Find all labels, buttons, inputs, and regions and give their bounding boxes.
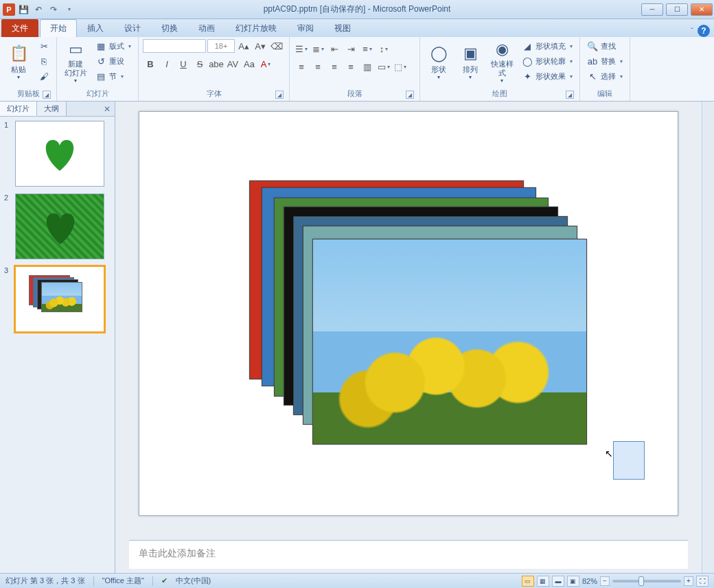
tab-insert[interactable]: 插入 xyxy=(77,19,114,37)
editor-area: ↖ 单击此处添加备注 xyxy=(115,102,702,573)
section-icon: ▤ xyxy=(95,71,106,82)
align-right-button[interactable]: ≡ xyxy=(327,60,342,73)
zoom-slider[interactable] xyxy=(612,580,681,583)
shapes-button[interactable]: ◯形状▾ xyxy=(424,39,453,84)
font-color-button[interactable]: A xyxy=(258,57,273,71)
panel-tab-outline[interactable]: 大纲 xyxy=(37,102,67,116)
tab-design[interactable]: 设计 xyxy=(114,19,151,37)
quick-styles-button[interactable]: ◉快速样式▾ xyxy=(487,39,516,84)
normal-view-button[interactable]: ▭ xyxy=(522,576,534,587)
shape-effects-button[interactable]: ✦形状效果 xyxy=(519,69,575,83)
clear-format-button[interactable]: ⌫ xyxy=(269,39,284,53)
thumb-3[interactable] xyxy=(15,266,104,332)
collapse-ribbon-icon[interactable]: ˇ xyxy=(691,27,693,35)
paste-button[interactable]: 📋 粘贴 ▾ xyxy=(4,39,33,84)
tab-transitions[interactable]: 切换 xyxy=(151,19,188,37)
replace-button[interactable]: ab替换 xyxy=(584,54,625,68)
strikethrough-button[interactable]: S xyxy=(192,57,207,71)
notes-pane[interactable]: 单击此处添加备注 xyxy=(129,540,688,569)
font-size-combo[interactable]: 18+ xyxy=(207,39,235,53)
zoom-label[interactable]: 82% xyxy=(582,577,597,585)
thumb-row[interactable]: 1 xyxy=(4,121,111,187)
align-text-button[interactable]: ▭ xyxy=(376,60,391,73)
panel-close-button[interactable]: ✕ xyxy=(100,102,115,116)
help-icon[interactable]: ? xyxy=(698,25,710,37)
tab-view[interactable]: 视图 xyxy=(324,19,361,37)
increase-font-button[interactable]: A▴ xyxy=(236,39,251,53)
drawing-launcher[interactable]: ◢ xyxy=(566,91,574,99)
align-left-button[interactable]: ≡ xyxy=(294,60,309,73)
reset-icon: ↺ xyxy=(95,56,106,67)
clipboard-launcher[interactable]: ◢ xyxy=(43,91,51,99)
shape-fill-button[interactable]: ◢形状填充 xyxy=(519,39,575,53)
vertical-scrollbar[interactable] xyxy=(702,102,714,573)
slide-canvas[interactable]: ↖ xyxy=(139,111,678,516)
slideshow-view-button[interactable]: ▣ xyxy=(567,576,579,587)
theme-label: "Office 主题" xyxy=(102,576,144,586)
new-slide-button[interactable]: ▭ 新建 幻灯片 ▾ xyxy=(61,39,90,84)
thumb-row[interactable]: 2 xyxy=(4,193,111,259)
font-family-combo[interactable] xyxy=(143,39,206,53)
thumb-1[interactable] xyxy=(15,121,104,187)
font-launcher[interactable]: ◢ xyxy=(275,91,284,99)
text-direction-button[interactable]: ↕ xyxy=(376,42,391,56)
tab-file[interactable]: 文件 xyxy=(1,19,38,37)
fit-window-button[interactable]: ⛶ xyxy=(696,576,709,587)
decrease-font-button[interactable]: A▾ xyxy=(253,39,268,53)
reset-button[interactable]: ↺重设 xyxy=(93,54,134,68)
redo-button[interactable]: ↷ xyxy=(47,3,60,16)
columns-button[interactable]: ▥ xyxy=(360,60,375,73)
shape-outline-button[interactable]: ◯形状轮廓 xyxy=(519,54,575,68)
bold-button[interactable]: B xyxy=(143,57,158,71)
tab-slideshow[interactable]: 幻灯片放映 xyxy=(225,19,287,37)
canvas-area[interactable]: ↖ xyxy=(115,102,702,540)
zoom-thumb[interactable] xyxy=(638,576,644,586)
align-center-button[interactable]: ≡ xyxy=(310,60,325,73)
find-button[interactable]: 🔍查找 xyxy=(584,39,625,53)
selection-rectangle[interactable] xyxy=(613,441,645,480)
layout-button[interactable]: ▦版式 xyxy=(93,39,134,53)
minimize-button[interactable]: ─ xyxy=(641,3,663,16)
copy-button[interactable]: ⎘ xyxy=(36,54,52,68)
maximize-button[interactable]: ☐ xyxy=(666,3,688,16)
zoom-in-button[interactable]: + xyxy=(684,576,693,586)
language-label[interactable]: 中文(中国) xyxy=(176,576,211,586)
reading-view-button[interactable]: ▬ xyxy=(552,576,564,587)
qat-customize[interactable] xyxy=(62,3,76,16)
outline-icon: ◯ xyxy=(522,56,533,67)
panel-tab-slides[interactable]: 幻灯片 xyxy=(0,102,37,116)
cut-button[interactable]: ✂ xyxy=(36,39,52,53)
group-slides-label: 幻灯片 xyxy=(87,89,109,97)
undo-button[interactable]: ↶ xyxy=(32,3,45,16)
justify-button[interactable]: ≡ xyxy=(343,60,358,73)
decrease-indent-button[interactable]: ⇤ xyxy=(327,42,342,56)
section-button[interactable]: ▤节 xyxy=(93,69,134,83)
thumb-row[interactable]: 3 xyxy=(4,266,111,332)
spellcheck-icon[interactable]: ✔ xyxy=(161,576,168,585)
line-spacing-button[interactable]: ≡ xyxy=(360,42,375,56)
char-spacing-button[interactable]: AV xyxy=(225,57,240,71)
zoom-out-button[interactable]: − xyxy=(600,576,610,586)
sorter-view-button[interactable]: ▦ xyxy=(537,576,549,587)
smartart-button[interactable]: ⬚ xyxy=(393,60,408,73)
format-painter-button[interactable]: 🖌 xyxy=(36,69,52,83)
tab-home[interactable]: 开始 xyxy=(40,19,77,37)
image-stack[interactable] xyxy=(249,180,586,455)
paragraph-launcher[interactable]: ◢ xyxy=(406,91,414,99)
select-button[interactable]: ↖选择 xyxy=(584,69,625,83)
tab-review[interactable]: 审阅 xyxy=(287,19,324,37)
thumb-2[interactable] xyxy=(15,193,104,259)
close-button[interactable]: ✕ xyxy=(691,3,713,16)
numbering-button[interactable]: ≣ xyxy=(310,42,325,56)
italic-button[interactable]: I xyxy=(159,57,174,71)
increase-indent-button[interactable]: ⇥ xyxy=(343,42,358,56)
shadow-button[interactable]: abe xyxy=(209,57,224,71)
save-button[interactable]: 💾 xyxy=(16,3,30,16)
change-case-button[interactable]: Aa xyxy=(242,57,257,71)
arrange-button[interactable]: ▣排列▾ xyxy=(456,39,485,84)
tab-animations[interactable]: 动画 xyxy=(188,19,225,37)
bullets-button[interactable]: ☰ xyxy=(294,42,309,56)
app-icon[interactable]: P xyxy=(3,3,15,16)
stack-image-front[interactable] xyxy=(312,239,587,445)
underline-button[interactable]: U xyxy=(176,57,191,71)
